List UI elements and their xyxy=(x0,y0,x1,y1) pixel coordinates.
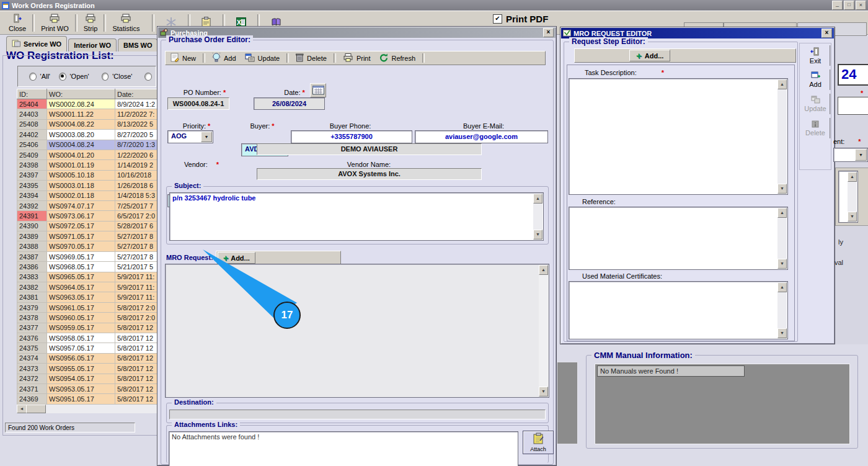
add-step-button[interactable]: Add xyxy=(801,69,831,90)
cmm-group: CMM Manual Information: No Manuals were … xyxy=(586,355,858,449)
toolbar-separator xyxy=(75,14,78,32)
table-row[interactable]: 24402WS0003.08.208/27/2020 5 xyxy=(17,130,157,140)
table-row[interactable]: 24372WS0954.05.175/8/2017 12 xyxy=(17,374,157,383)
table-row[interactable]: 24374WS0956.05.175/8/2017 12 xyxy=(17,353,157,363)
col-wo[interactable]: WO: xyxy=(47,89,115,99)
buyer-phone-field[interactable]: +3355787900 xyxy=(291,130,412,143)
po-date-field[interactable]: 26/08/2024 xyxy=(254,97,325,110)
table-row[interactable]: 24373WS0955.05.175/8/2017 12 xyxy=(17,364,157,374)
print-pdf-option[interactable]: ✔ Print PDF xyxy=(493,14,548,24)
mro-list-scrollbar[interactable]: ▲ ▼ xyxy=(539,265,548,397)
po-delete-button[interactable]: Delete xyxy=(291,52,331,64)
po-print-button[interactable]: Print xyxy=(339,52,375,64)
scroll-down-arrow[interactable]: ▼ xyxy=(533,230,542,240)
table-row[interactable]: 24378WS0960.05.175/8/2017 2:0 xyxy=(17,313,157,323)
table-row[interactable]: 24379WS0961.05.175/8/2017 2:0 xyxy=(17,302,157,312)
table-row[interactable]: 24397WS0005.10.1810/16/2018 xyxy=(17,170,157,180)
po-update-button[interactable]: Update xyxy=(241,52,284,64)
scroll-down-arrow[interactable]: ▼ xyxy=(539,387,548,397)
table-row[interactable]: 24369WS0951.05.175/8/2017 12 xyxy=(17,394,157,404)
print-wo-button[interactable]: Print WO xyxy=(37,12,73,34)
table-row[interactable]: 24383WS0965.05.175/9/2017 11: xyxy=(17,272,157,282)
po-refresh-button[interactable]: Refresh xyxy=(375,52,420,64)
table-row[interactable]: 25404WS0002.08.248/9/2024 1:2 xyxy=(17,99,157,109)
table-row[interactable]: 24395WS0003.01.181/26/2018 6 xyxy=(17,181,157,190)
subject-textarea[interactable]: p/n 3253467 hydrolic tube ▲ ▼ xyxy=(169,192,544,241)
wo-table-hscrollbar[interactable]: ◄ xyxy=(17,405,157,413)
table-row[interactable]: 24388WS0970.05.175/27/2017 8 xyxy=(17,241,157,251)
minimize-button[interactable]: _ xyxy=(832,1,843,10)
table-row[interactable]: 24391WS0973.06.176/5/2017 2:0 xyxy=(17,211,157,221)
po-add-button[interactable]: Add xyxy=(208,52,241,64)
task-description-textarea[interactable]: ▲ ▼ xyxy=(569,78,788,195)
certificates-textarea[interactable]: ▲ ▼ xyxy=(569,281,788,339)
scroll-down-arrow[interactable]: ▼ xyxy=(777,328,787,338)
buyer-email-field[interactable]: aviauser@google.com xyxy=(415,130,548,143)
table-row[interactable]: 24371WS0953.05.175/8/2017 12 xyxy=(17,383,157,393)
scroll-up-arrow[interactable]: ▲ xyxy=(848,172,857,182)
table-row[interactable]: 24376WS0958.05.175/8/2017 12 xyxy=(17,333,157,343)
scroll-down-arrow[interactable]: ▼ xyxy=(848,212,857,222)
statistics-button[interactable]: Statistics xyxy=(108,12,143,34)
reference-textarea[interactable]: ▲ ▼ xyxy=(569,207,788,270)
attachments-list[interactable]: No Attachments were found ! xyxy=(169,431,518,466)
table-row[interactable]: 24381WS0963.05.175/9/2017 11: xyxy=(17,292,157,302)
table-row[interactable]: 24386WS0968.05.175/21/2017 5 xyxy=(17,262,157,272)
table-row[interactable]: 24398WS0001.01.191/14/2019 2 xyxy=(17,160,157,170)
table-row[interactable]: 24394WS0002.01.181/4/2018 5:3 xyxy=(17,190,157,200)
exit-button[interactable]: Exit xyxy=(801,45,831,66)
table-row[interactable]: 24403WS0001.11.2211/2/2022 7: xyxy=(17,109,157,119)
subject-scrollbar[interactable]: ▲ ▼ xyxy=(533,194,542,240)
table-row[interactable]: 24382WS0964.05.175/9/2017 11: xyxy=(17,282,157,292)
scroll-up-arrow[interactable]: ▲ xyxy=(777,282,787,292)
required-icon: * xyxy=(858,138,861,145)
purchasing-close-icon[interactable]: × xyxy=(543,28,554,37)
maximize-button[interactable]: □ xyxy=(844,1,854,10)
table-row[interactable]: 24377WS0959.05.175/8/2017 12 xyxy=(17,323,157,333)
scroll-down-arrow[interactable]: ▼ xyxy=(777,184,787,194)
dropdown-arrow-icon[interactable]: ▼ xyxy=(201,132,212,142)
scroll-up-arrow[interactable]: ▲ xyxy=(539,265,548,275)
table-row[interactable]: 25409WS0004.01.201/22/2020 6 xyxy=(17,150,157,159)
scroll-left-arrow[interactable]: ◄ xyxy=(17,405,27,413)
col-id[interactable]: ID: xyxy=(17,89,47,99)
table-row[interactable]: 24392WS0974.07.177/25/2017 7 xyxy=(17,200,157,210)
bg-mini-scrollbar[interactable]: ▲ ▼ xyxy=(848,172,857,222)
print-pdf-checkbox[interactable]: ✔ xyxy=(493,14,502,24)
subject-group: Subject: p/n 3253467 hydrolic tube ▲ ▼ xyxy=(166,186,549,244)
close-window-button[interactable]: × xyxy=(856,1,866,10)
attach-button[interactable]: Attach xyxy=(523,431,554,454)
mro-editor-close-icon[interactable]: × xyxy=(822,29,832,38)
priority-dropdown[interactable]: AOG ▼ xyxy=(167,130,213,143)
wo-filter-radio[interactable] xyxy=(29,73,37,81)
strip-button[interactable]: Strip xyxy=(80,12,102,34)
tab-bms-wo[interactable]: BMS WO xyxy=(118,38,157,52)
wo-filter-radio[interactable] xyxy=(144,73,152,81)
table-row[interactable]: 24389WS0971.05.175/27/2017 8 xyxy=(17,231,157,241)
dropdown-arrow-icon[interactable]: ▼ xyxy=(855,149,867,161)
mro-editor-add-button[interactable]: + Add... xyxy=(629,50,670,61)
svg-text:X: X xyxy=(237,19,242,26)
table-row[interactable]: 24390WS0972.05.175/28/2017 6 xyxy=(17,221,157,231)
scroll-up-arrow[interactable]: ▲ xyxy=(777,79,787,89)
certificates-scrollbar[interactable]: ▲ ▼ xyxy=(777,282,787,338)
wo-filter-radio[interactable] xyxy=(59,73,66,81)
table-row[interactable]: 24387WS0969.05.175/27/2017 8 xyxy=(17,251,157,261)
calendar-button[interactable] xyxy=(310,83,326,97)
bg-dropdown[interactable]: ▼ xyxy=(833,148,868,162)
table-row[interactable]: 25406WS0004.08.248/7/2020 1:3 xyxy=(17,140,157,150)
scroll-up-arrow[interactable]: ▲ xyxy=(533,194,542,204)
scroll-thumb[interactable] xyxy=(26,405,46,413)
col-date[interactable]: Date: xyxy=(115,89,157,99)
task-scrollbar[interactable]: ▲ ▼ xyxy=(777,79,787,194)
toolbar-separator xyxy=(286,53,289,63)
scroll-up-arrow[interactable]: ▲ xyxy=(777,208,787,218)
destination-field[interactable] xyxy=(169,410,546,419)
reference-scrollbar[interactable]: ▲ ▼ xyxy=(777,208,787,269)
table-row[interactable]: 25408WS0004.08.228/13/2022 5 xyxy=(17,119,157,129)
table-row[interactable]: 24375WS0957.05.175/8/2017 12 xyxy=(17,343,157,353)
wo-filter-radio[interactable] xyxy=(102,73,109,81)
close-button[interactable]: Close xyxy=(5,12,30,34)
po-new-button[interactable]: New xyxy=(166,52,200,64)
scroll-down-arrow[interactable]: ▼ xyxy=(777,259,787,269)
